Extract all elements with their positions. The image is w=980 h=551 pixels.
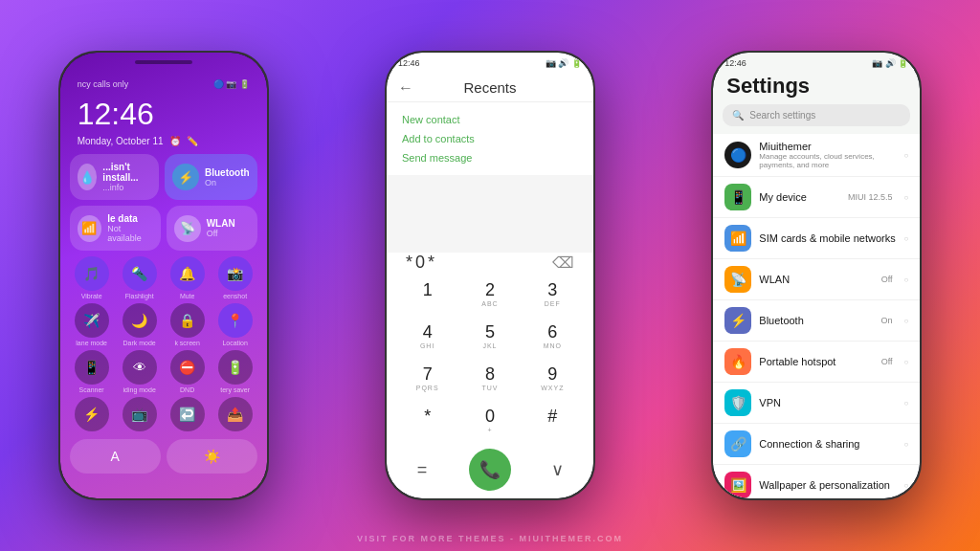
brightness-btn[interactable]: ☀️ bbox=[167, 439, 257, 474]
dnd-item[interactable]: ⛔ DND bbox=[166, 350, 210, 393]
dnd-icon: ⛔ bbox=[170, 350, 205, 385]
mydevice-value: MIUI 12.5.5 bbox=[848, 192, 893, 202]
wlan-settings-name: WLAN bbox=[759, 274, 873, 285]
phone3-status: 12:46 📷 🔊 🔋 bbox=[713, 53, 920, 70]
dial-key-9[interactable]: 9 WXYZ bbox=[522, 357, 584, 399]
key-star-num: * bbox=[424, 407, 431, 427]
wlan-settings-icon: 📡 bbox=[724, 266, 751, 293]
key-4-num: 4 bbox=[423, 322, 433, 342]
dial-key-star[interactable]: * bbox=[396, 399, 458, 441]
airplane-item[interactable]: ✈️ lane mode bbox=[70, 303, 114, 346]
scanner-icon: 📱 bbox=[75, 350, 109, 385]
cc-tile-data[interactable]: 📶 le data Not available bbox=[70, 206, 161, 251]
phone2-frame: 12:46 📷 🔊 🔋 ← Recents New contact Add to… bbox=[385, 51, 595, 500]
lockscreen-label: k screen bbox=[174, 340, 199, 346]
search-bar[interactable]: 🔍 Search settings bbox=[723, 104, 910, 126]
reading-item[interactable]: 👁 iding mode bbox=[118, 350, 162, 393]
sim-name: SIM cards & mobile networks bbox=[759, 232, 896, 244]
send-message-link[interactable]: Send message bbox=[402, 148, 578, 167]
wallpaper-settings-arrow: ○ bbox=[903, 481, 908, 490]
phone3-icons: 📷 🔊 🔋 bbox=[872, 58, 908, 68]
icon-row3: 📱 Scanner 👁 iding mode ⛔ DND 🔋 tery save… bbox=[70, 350, 257, 393]
back-button[interactable]: ← bbox=[398, 79, 413, 97]
notch1 bbox=[135, 60, 192, 64]
phone2-time: 12:46 bbox=[398, 58, 420, 68]
cc-tile-bluetooth[interactable]: ⚡ Bluetooth On bbox=[165, 154, 257, 200]
key-6-sub: MNO bbox=[544, 342, 562, 349]
cc-tile-wlan[interactable]: 📡 WLAN Off bbox=[167, 206, 257, 251]
backspace-icon[interactable]: ⌫ bbox=[552, 253, 574, 272]
vibrate-item[interactable]: 🎵 Vibrate bbox=[70, 256, 114, 299]
rotate-item[interactable]: ↩️ bbox=[166, 397, 210, 433]
equals-sym: = bbox=[394, 460, 450, 480]
dialer-title: Recents bbox=[463, 79, 516, 96]
phone3-screen: 12:46 📷 🔊 🔋 Settings 🔍 Search settings 🔵… bbox=[713, 53, 920, 498]
location-item[interactable]: 📍 Location bbox=[213, 303, 257, 346]
hotspot-settings-icon: 🔥 bbox=[724, 348, 751, 375]
dial-key-4[interactable]: 4 GHI bbox=[396, 315, 458, 357]
wlan-settings-value: Off bbox=[881, 275, 893, 284]
hotspot-settings-arrow: ○ bbox=[903, 358, 908, 366]
cc-tile-water[interactable]: 💧 ...isn't install... ...info bbox=[70, 154, 159, 200]
search-placeholder: Search settings bbox=[749, 110, 815, 121]
data-title: le data bbox=[107, 213, 152, 224]
screen-icon: 📺 bbox=[122, 397, 157, 431]
settings-item-wlan[interactable]: 📡 WLAN Off ○ bbox=[713, 259, 920, 300]
phone1-date: Monday, October 11 ⏰ ✏️ bbox=[70, 136, 257, 154]
phone1-screen: ncy calls only 🔵 📷 🔋 12:46 Monday, Octob… bbox=[60, 53, 267, 498]
keyboard-label: A bbox=[110, 449, 119, 464]
dial-key-1[interactable]: 1 bbox=[396, 273, 458, 315]
battery-item[interactable]: 🔋 tery saver bbox=[213, 350, 257, 393]
dial-key-3[interactable]: 3 DEF bbox=[522, 273, 584, 315]
settings-item-hotspot[interactable]: 🔥 Portable hotspot Off ○ bbox=[713, 342, 920, 383]
keyboard-btn[interactable]: A bbox=[70, 439, 161, 474]
new-contact-link[interactable]: New contact bbox=[402, 110, 578, 129]
bolt-icon: ⚡ bbox=[75, 397, 109, 431]
settings-item-wallpaper[interactable]: 🖼️ Wallpaper & personalization ○ bbox=[713, 465, 920, 498]
dialer-display-row: *0* ⌫ bbox=[387, 253, 593, 273]
contacts-options: New contact Add to contacts Send message bbox=[387, 102, 593, 175]
dial-key-8[interactable]: 8 TUV bbox=[458, 357, 521, 399]
reading-icon: 👁 bbox=[122, 350, 157, 385]
share-icon: 📤 bbox=[218, 397, 253, 431]
settings-item-mydevice[interactable]: 📱 My device MIUI 12.5.5 ○ bbox=[713, 177, 920, 218]
vibrate-icon: 🎵 bbox=[75, 256, 109, 291]
flashlight-icon: 🔦 bbox=[122, 256, 157, 291]
dial-key-6[interactable]: 6 MNO bbox=[522, 315, 584, 357]
share-item[interactable]: 📤 bbox=[213, 397, 257, 433]
cc-top-tiles: 💧 ...isn't install... ...info ⚡ Bluetoot… bbox=[70, 154, 257, 200]
dial-key-2[interactable]: 2 ABC bbox=[458, 273, 521, 315]
dial-key-0[interactable]: 0 + bbox=[458, 399, 521, 441]
miuithemer-name: Miuithemer bbox=[759, 141, 896, 152]
flashlight-item[interactable]: 🔦 Flashlight bbox=[118, 256, 162, 299]
phone3-frame: 12:46 📷 🔊 🔋 Settings 🔍 Search settings 🔵… bbox=[711, 51, 922, 500]
settings-item-bluetooth[interactable]: ⚡ Bluetooth On ○ bbox=[713, 300, 920, 342]
bluetooth-settings-icon: ⚡ bbox=[724, 307, 751, 334]
scanner-item[interactable]: 📱 Scanner bbox=[70, 350, 114, 393]
mute-item[interactable]: 🔔 Mute bbox=[166, 256, 210, 299]
dial-key-5[interactable]: 5 JKL bbox=[458, 315, 521, 357]
dial-key-7[interactable]: 7 PQRS bbox=[396, 357, 458, 399]
screenshot-item[interactable]: 📸 eenshot bbox=[213, 256, 257, 299]
dial-key-hash[interactable]: # bbox=[522, 399, 584, 441]
key-2-num: 2 bbox=[485, 280, 495, 300]
settings-item-connection[interactable]: 🔗 Connection & sharing ○ bbox=[713, 424, 920, 465]
icon-row1: 🎵 Vibrate 🔦 Flashlight 🔔 Mute 📸 eenshot bbox=[70, 256, 257, 299]
settings-item-sim[interactable]: 📶 SIM cards & mobile networks ○ bbox=[713, 218, 920, 259]
settings-item-vpn[interactable]: 🛡️ VPN ○ bbox=[713, 383, 920, 424]
darkmode-item[interactable]: 🌙 Dark mode bbox=[118, 303, 162, 346]
screen-item[interactable]: 📺 bbox=[118, 397, 162, 433]
bolt-item[interactable]: ⚡ bbox=[70, 397, 114, 433]
settings-item-miuithemer[interactable]: 🔵 Miuithemer Manage accounts, cloud serv… bbox=[713, 134, 920, 177]
vpn-settings-icon: 🛡️ bbox=[724, 389, 751, 416]
vibrate-label: Vibrate bbox=[81, 293, 102, 299]
lockscreen-item[interactable]: 🔒 k screen bbox=[166, 303, 210, 346]
key-1-num: 1 bbox=[423, 280, 433, 300]
wlan-icon: 📡 bbox=[174, 215, 201, 242]
add-to-contacts-link[interactable]: Add to contacts bbox=[402, 129, 578, 148]
calendar-icon: ⏰ bbox=[169, 136, 181, 146]
data-sub: Not available bbox=[107, 224, 152, 243]
water-title: ...isn't install... bbox=[102, 162, 151, 183]
call-button[interactable]: 📞 bbox=[469, 449, 511, 491]
key-8-sub: TUV bbox=[481, 385, 498, 391]
